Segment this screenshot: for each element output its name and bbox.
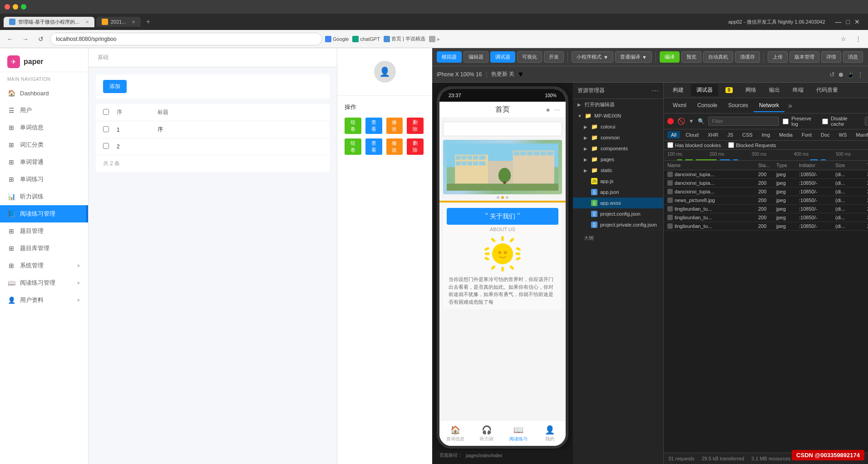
dev-btn[interactable]: 开发 bbox=[544, 51, 564, 63]
subtab-console[interactable]: Console bbox=[692, 99, 723, 112]
select-all-checkbox[interactable] bbox=[103, 109, 109, 115]
net-header-type[interactable]: Type bbox=[776, 163, 799, 168]
subtabs-more[interactable]: » bbox=[784, 99, 796, 113]
tab-close-1[interactable]: ✕ bbox=[85, 20, 89, 25]
delete-btn-2[interactable]: 删除 bbox=[407, 138, 424, 155]
auto-real-btn[interactable]: 自动真机 bbox=[703, 51, 733, 63]
maximize-button[interactable]: □ bbox=[846, 18, 850, 25]
minimize-button[interactable]: — bbox=[835, 18, 842, 25]
settings-button[interactable]: ⋮ bbox=[852, 33, 864, 45]
message-btn[interactable]: 消息 bbox=[843, 51, 863, 63]
ft-item-common[interactable]: ▶ 📁 common bbox=[573, 132, 663, 143]
row-check-1[interactable] bbox=[103, 126, 112, 133]
sidebar-item-question-mgmt[interactable]: ⊞ 题目管理 bbox=[0, 222, 88, 240]
new-tab-button[interactable]: + bbox=[146, 18, 150, 26]
filter-doc[interactable]: Doc bbox=[817, 131, 833, 138]
view-btn-2[interactable]: 查看 bbox=[365, 138, 382, 155]
sim-phone[interactable]: 📱 bbox=[847, 71, 854, 78]
tab-terminal[interactable]: 终端 bbox=[787, 84, 809, 96]
phone-nav-tab-home[interactable]: 🏠 首词信息 bbox=[439, 425, 471, 442]
bookmark-extra[interactable]: » bbox=[429, 36, 439, 42]
sidebar-item-word-info[interactable]: ⊞ 单词信息 bbox=[0, 119, 88, 136]
sim-refresh[interactable]: ↺ bbox=[829, 71, 835, 78]
compile-btn[interactable]: 编译 bbox=[660, 51, 680, 63]
phone-title-dots[interactable]: ··· bbox=[554, 106, 560, 114]
file-tree-menu[interactable]: ⋯ bbox=[651, 86, 659, 95]
filter-js[interactable]: JS bbox=[724, 131, 737, 138]
ft-item-project-private-config[interactable]: ▶ {} project.private.config.json bbox=[573, 219, 663, 230]
filter-ws[interactable]: WS bbox=[835, 131, 851, 138]
row-check-2[interactable] bbox=[103, 143, 112, 150]
sim-stop[interactable]: ⏺ bbox=[838, 71, 844, 78]
record-btn[interactable] bbox=[667, 118, 674, 124]
preview-btn[interactable]: 预览 bbox=[681, 51, 701, 63]
net-header-size[interactable]: Size bbox=[835, 163, 867, 168]
net-header-name[interactable]: Name bbox=[667, 163, 758, 168]
ft-item-components[interactable]: ▶ 📁 components bbox=[573, 143, 663, 154]
sidebar-item-reading-practice[interactable]: 📖 阅读练习管理 ▼ bbox=[0, 274, 88, 291]
sidebar-item-listening[interactable]: 📊 听力训练 bbox=[0, 188, 88, 205]
filter-css[interactable]: CSS bbox=[739, 131, 756, 138]
blocked-requests-checkbox[interactable] bbox=[728, 142, 734, 148]
ft-item-appwxss[interactable]: ▶ {} app.wxss bbox=[573, 197, 663, 208]
add-button[interactable]: 添加 bbox=[103, 80, 127, 93]
blocked-cookies-checkbox[interactable] bbox=[667, 142, 673, 148]
ft-item-mp-weixin[interactable]: ▼ 📁 MP-WEIXIN bbox=[573, 110, 663, 121]
sidebar-item-dashboard[interactable]: 🏠 Dashboard bbox=[0, 84, 88, 102]
clear-cache-btn[interactable]: 清缓存 bbox=[735, 51, 760, 63]
subtab-sources[interactable]: Sources bbox=[723, 99, 754, 112]
bookmark-google[interactable]: Google bbox=[325, 36, 349, 42]
tab-code-quality[interactable]: 代码质量 bbox=[811, 84, 843, 96]
simulator-btn[interactable]: 模拟器 bbox=[437, 51, 462, 63]
network-row-6[interactable]: tinglixunlian_tu... 200 jpeg :10850/- (d… bbox=[664, 213, 868, 222]
filter-img[interactable]: Img bbox=[758, 131, 774, 138]
phone-nav-tab-profile[interactable]: 👤 我的 bbox=[534, 425, 566, 442]
phone-search-bar[interactable] bbox=[443, 122, 562, 136]
edit-btn-2[interactable]: 修改 bbox=[386, 138, 403, 155]
forward-button[interactable]: → bbox=[19, 33, 32, 45]
tab-build[interactable]: 构建 bbox=[667, 84, 689, 96]
ft-item-project-config[interactable]: ▶ {} project.config.json bbox=[573, 208, 663, 219]
visual-btn[interactable]: 可视化 bbox=[517, 51, 542, 63]
ft-item-map-expand[interactable]: 大纲 bbox=[573, 230, 663, 244]
star-button[interactable]: ☆ bbox=[837, 33, 850, 45]
tab-debugger[interactable]: 调试器 bbox=[691, 84, 718, 96]
tab-network-main[interactable]: 网络 bbox=[740, 84, 762, 96]
debugger-btn[interactable]: 调试器 bbox=[490, 51, 515, 63]
bookmark-home[interactable]: 首页 | 半说稿选 bbox=[384, 35, 425, 42]
tab-close-2[interactable]: ✕ bbox=[132, 20, 135, 25]
ft-item-appjson[interactable]: ▶ {} app.json bbox=[573, 187, 663, 197]
phone-nav-tab-listening[interactable]: 🎧 听力训 bbox=[471, 425, 503, 442]
ft-item-open-editors[interactable]: ▶ 打开的编辑器 bbox=[573, 99, 663, 110]
preserve-log-checkbox[interactable] bbox=[783, 118, 789, 124]
network-row-3[interactable]: dancixinxi_tupia... 200 jpeg :10850/- (d… bbox=[664, 188, 868, 196]
network-row-5[interactable]: tinglixunlian_tu... 200 jpeg :10850/- (d… bbox=[664, 205, 868, 213]
view-btn-1[interactable]: 查看 bbox=[365, 118, 382, 134]
ft-item-colorui[interactable]: ▶ 📁 colorui bbox=[573, 121, 663, 132]
net-header-initiator[interactable]: Initiator bbox=[799, 163, 835, 168]
sidebar-item-word-recite[interactable]: ⊞ 单词背通 bbox=[0, 153, 88, 171]
filter-xhr[interactable]: XHR bbox=[704, 131, 722, 138]
sidebar-item-word-practice[interactable]: ⊞ 单词练习 bbox=[0, 171, 88, 188]
compile-dropdown[interactable]: 普通编译 ▼ bbox=[615, 51, 652, 63]
reload-button[interactable]: ↺ bbox=[35, 33, 47, 45]
ft-item-static[interactable]: ▶ 📁 static bbox=[573, 165, 663, 176]
sidebar-item-user-profile[interactable]: 👤 用户资料 ▼ bbox=[0, 291, 88, 309]
edit-btn-1[interactable]: 修改 bbox=[386, 118, 403, 134]
ft-item-appjs[interactable]: ▶ JS app.js bbox=[573, 176, 663, 187]
group-test-btn-1[interactable]: 组卷 bbox=[345, 118, 361, 134]
sidebar-item-reading-mgmt[interactable]: 📘 阅读练习管理 bbox=[0, 205, 88, 222]
ft-item-pages[interactable]: ▶ 📁 pages bbox=[573, 154, 663, 165]
tab-count[interactable]: 9 bbox=[720, 85, 738, 95]
filter-all[interactable]: All bbox=[667, 131, 680, 138]
sim-more[interactable]: ⋮ bbox=[857, 71, 863, 78]
mode-dropdown[interactable]: 小程序模式 ▼ bbox=[572, 51, 613, 63]
network-row-4[interactable]: news_picture8.jpg 200 jpeg :10850/- (di.… bbox=[664, 196, 868, 205]
search-network-btn[interactable]: 🔍 bbox=[698, 118, 705, 124]
net-header-status[interactable]: Sta... bbox=[758, 163, 776, 168]
throttle-select[interactable]: Online bbox=[865, 117, 868, 126]
network-row-2[interactable]: dancixinxi_tupia... 200 jpeg :10850/- (d… bbox=[664, 179, 868, 188]
clear-network-btn[interactable]: 🚫 bbox=[677, 118, 685, 125]
network-row-1[interactable]: dancixinxi_tupia... 200 jpeg :10850/- (d… bbox=[664, 170, 868, 179]
browser-tab-2[interactable]: 2021... ✕ bbox=[96, 17, 141, 27]
